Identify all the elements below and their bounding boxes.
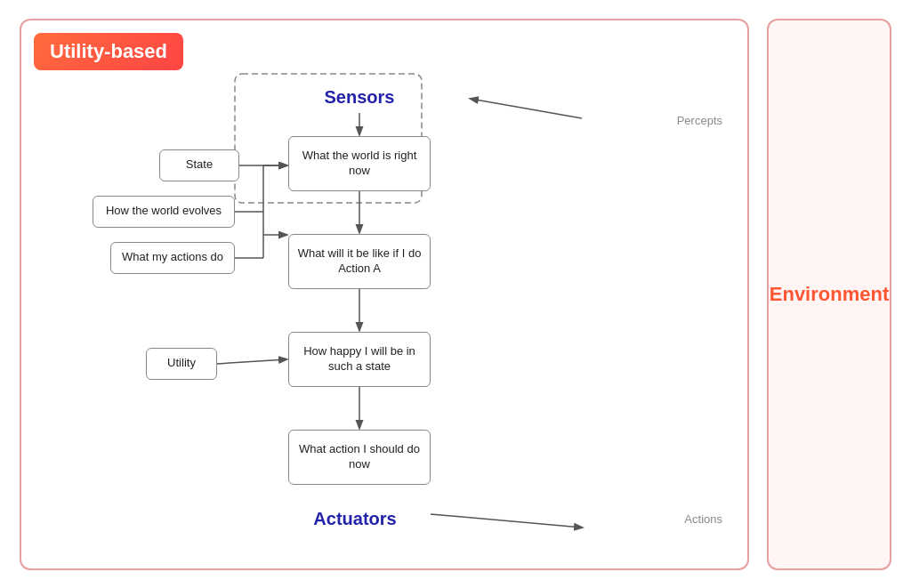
actuators-label: Actuators bbox=[293, 503, 417, 535]
svg-line-13 bbox=[471, 99, 582, 118]
node-world-evolves: How the world evolves bbox=[93, 196, 235, 228]
environment-box: Environment bbox=[767, 19, 891, 570]
utility-based-badge: Utility-based bbox=[34, 33, 183, 70]
percepts-label: Percepts bbox=[677, 114, 722, 127]
node-my-actions: What my actions do bbox=[110, 242, 235, 274]
main-diagram-box: Utility-based bbox=[20, 19, 749, 570]
actions-label: Actions bbox=[684, 512, 722, 526]
node-state: State bbox=[159, 149, 239, 181]
node-what-action: What action I should do now bbox=[288, 430, 431, 485]
outer-container: Utility-based bbox=[20, 19, 891, 570]
node-utility: Utility bbox=[146, 348, 217, 380]
svg-line-12 bbox=[217, 359, 286, 364]
svg-line-14 bbox=[431, 514, 582, 528]
node-world-now: What the world is right now bbox=[288, 136, 431, 191]
node-action-a: What will it be like if I do Action A bbox=[288, 234, 431, 289]
sensors-label: Sensors bbox=[306, 81, 413, 113]
node-happy: How happy I will be in such a state bbox=[288, 332, 431, 387]
environment-label: Environment bbox=[770, 283, 889, 306]
